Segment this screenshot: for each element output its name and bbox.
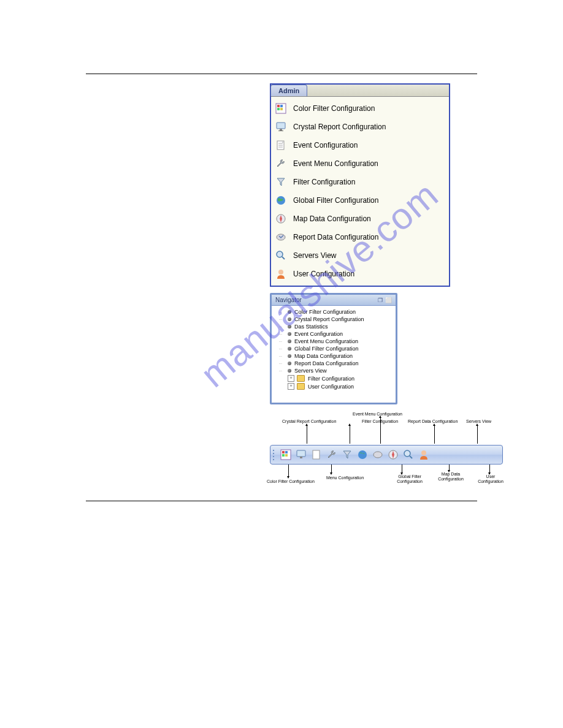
nav-item[interactable]: ┈Color Filter Configuration bbox=[273, 308, 394, 316]
nav-item[interactable]: ┈Report Data Configuration bbox=[273, 360, 394, 367]
diagram-label: Global Filter Configuration bbox=[391, 474, 428, 483]
svg-point-27 bbox=[373, 452, 382, 458]
diagram-label: Servers View bbox=[466, 419, 491, 424]
svg-rect-19 bbox=[282, 451, 285, 453]
svg-point-26 bbox=[358, 450, 367, 459]
nav-item[interactable]: ┈Servers View bbox=[273, 367, 394, 374]
expand-icon[interactable]: + bbox=[288, 375, 294, 382]
funnel-icon[interactable] bbox=[341, 449, 353, 461]
admin-item-label: Event Configuration bbox=[293, 141, 358, 150]
compass-icon[interactable] bbox=[387, 449, 399, 461]
svg-rect-20 bbox=[285, 451, 288, 453]
left-column-spacer bbox=[86, 83, 270, 491]
arrow-icon bbox=[489, 464, 490, 473]
admin-tab[interactable]: Admin bbox=[270, 85, 307, 96]
admin-item-map-data[interactable]: Map Data Configuration bbox=[271, 210, 449, 228]
admin-item-label: Filter Configuration bbox=[293, 178, 355, 186]
nav-item[interactable]: ┈Event Configuration bbox=[273, 330, 394, 338]
nav-item[interactable]: ┈Event Menu Configuration bbox=[273, 338, 394, 345]
toolbar-strip bbox=[270, 445, 503, 464]
nav-item[interactable]: ┈Crystal Report Configuration bbox=[273, 316, 394, 323]
nav-item[interactable]: ┈Das Statistics bbox=[273, 323, 394, 330]
svg-rect-4 bbox=[280, 108, 283, 110]
arrow-icon bbox=[331, 464, 332, 473]
svg-rect-21 bbox=[282, 454, 285, 457]
color-grid-icon[interactable] bbox=[280, 449, 292, 461]
arrow-icon bbox=[449, 464, 450, 471]
svg-rect-23 bbox=[297, 450, 305, 457]
admin-item-servers-view[interactable]: Servers View bbox=[271, 246, 449, 265]
admin-item-label: Event Menu Configuration bbox=[293, 159, 378, 168]
funnel-icon bbox=[275, 176, 287, 188]
globe-icon[interactable] bbox=[356, 449, 369, 461]
admin-item-color-filter[interactable]: Color Filter Configuration bbox=[271, 99, 449, 118]
toolbar-diagram: Event Menu Configuration Crystal Report … bbox=[270, 412, 503, 491]
svg-rect-22 bbox=[285, 454, 288, 457]
svg-point-17 bbox=[278, 270, 283, 275]
navigator-tree: ┈Color Filter Configuration ┈Crystal Rep… bbox=[272, 306, 396, 403]
admin-item-filter-config[interactable]: Filter Configuration bbox=[271, 173, 449, 191]
arrow-icon bbox=[402, 464, 402, 473]
folder-icon bbox=[297, 383, 305, 390]
user-icon bbox=[275, 268, 287, 280]
diagram-label: User Configuration bbox=[475, 474, 506, 483]
admin-panel-header: Admin bbox=[271, 85, 449, 97]
arrow-icon bbox=[307, 425, 307, 444]
svg-rect-25 bbox=[313, 450, 320, 459]
folder-icon bbox=[297, 375, 305, 382]
nav-item[interactable]: ┈Global Filter Configuration bbox=[273, 345, 394, 352]
nav-item[interactable]: ┈Map Data Configuration bbox=[273, 352, 394, 360]
color-grid-icon bbox=[275, 102, 287, 115]
svg-rect-24 bbox=[300, 457, 302, 458]
admin-item-label: Report Data Configuration bbox=[293, 233, 378, 241]
svg-rect-2 bbox=[280, 105, 283, 107]
navigator-header: Navigator ❐ ⬜ bbox=[272, 295, 396, 306]
arrow-icon bbox=[477, 425, 478, 444]
svg-line-30 bbox=[410, 456, 412, 458]
diagram-label: Event Menu Configuration bbox=[353, 412, 402, 417]
svg-rect-7 bbox=[278, 131, 283, 131]
arrow-icon bbox=[288, 464, 289, 477]
pin-icon[interactable]: ⬜ bbox=[385, 297, 392, 303]
admin-item-label: Color Filter Configuration bbox=[293, 104, 375, 113]
svg-rect-3 bbox=[277, 108, 280, 110]
wrench-icon[interactable] bbox=[326, 449, 338, 461]
nav-folder-item[interactable]: +Filter Configuration bbox=[273, 374, 394, 382]
window-restore-icon[interactable]: ❐ bbox=[378, 297, 383, 303]
expand-icon[interactable]: + bbox=[288, 383, 294, 390]
screen-icon[interactable] bbox=[295, 449, 307, 461]
svg-line-16 bbox=[282, 257, 285, 259]
diagram-label: Menu Configuration bbox=[326, 476, 364, 480]
magnifier-icon bbox=[275, 249, 287, 262]
document-icon[interactable] bbox=[310, 449, 323, 461]
admin-item-crystal-report[interactable]: Crystal Report Configuration bbox=[271, 118, 449, 136]
admin-item-label: User Configuration bbox=[293, 270, 354, 278]
report-icon[interactable] bbox=[372, 449, 384, 461]
bottom-rule bbox=[86, 501, 477, 501]
navigator-title: Navigator bbox=[275, 297, 302, 303]
admin-item-event-config[interactable]: Event Configuration bbox=[271, 136, 449, 154]
globe-icon bbox=[275, 194, 287, 207]
magnifier-icon[interactable] bbox=[402, 449, 415, 461]
admin-item-label: Crystal Report Configuration bbox=[293, 123, 386, 131]
svg-rect-6 bbox=[280, 129, 282, 131]
document-icon bbox=[275, 139, 287, 151]
svg-rect-1 bbox=[277, 105, 280, 107]
nav-folder-item[interactable]: +User Configuration bbox=[273, 382, 394, 390]
navigator-panel: Navigator ❐ ⬜ ┈Color Filter Configuratio… bbox=[270, 293, 397, 404]
admin-panel: Admin Color Filter Configuration Crystal… bbox=[270, 83, 450, 287]
svg-rect-5 bbox=[277, 123, 285, 129]
user-icon[interactable] bbox=[418, 449, 430, 461]
admin-item-report-data[interactable]: Report Data Configuration bbox=[271, 228, 449, 246]
admin-item-global-filter[interactable]: Global Filter Configuration bbox=[271, 191, 449, 210]
arrow-icon bbox=[350, 425, 350, 444]
screen-icon bbox=[275, 121, 287, 133]
admin-item-user-config[interactable]: User Configuration bbox=[271, 265, 449, 283]
admin-item-label: Global Filter Configuration bbox=[293, 196, 378, 205]
diagram-label: Color Filter Configuration bbox=[267, 479, 315, 484]
diagram-label: Crystal Report Configuration bbox=[282, 419, 336, 424]
admin-item-event-menu[interactable]: Event Menu Configuration bbox=[271, 154, 449, 173]
admin-item-label: Servers View bbox=[293, 251, 336, 260]
drag-handle-icon[interactable] bbox=[273, 449, 275, 461]
wrench-icon bbox=[275, 157, 287, 170]
